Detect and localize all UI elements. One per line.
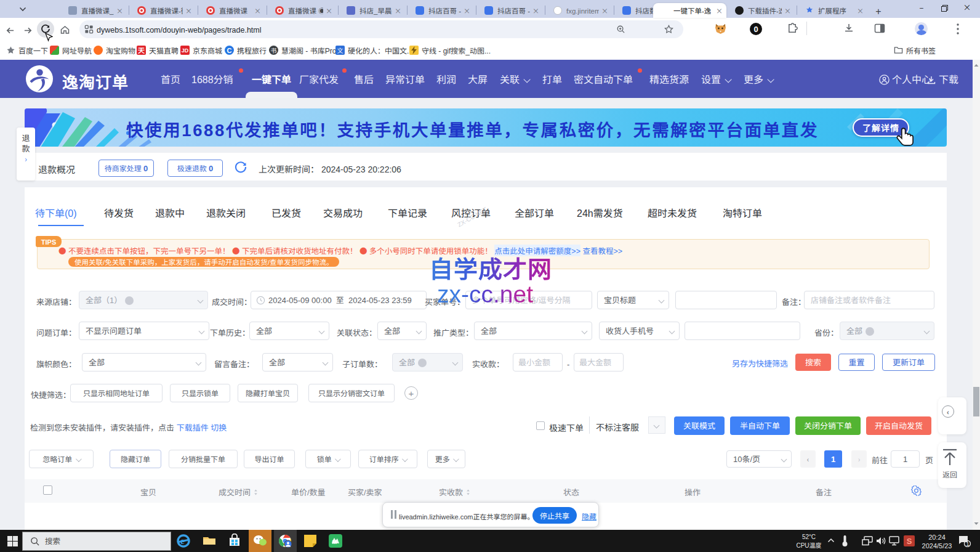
svg-text:M: M [332, 538, 337, 546]
svg-text:e: e [180, 536, 185, 546]
svg-text:1: 1 [966, 540, 970, 547]
